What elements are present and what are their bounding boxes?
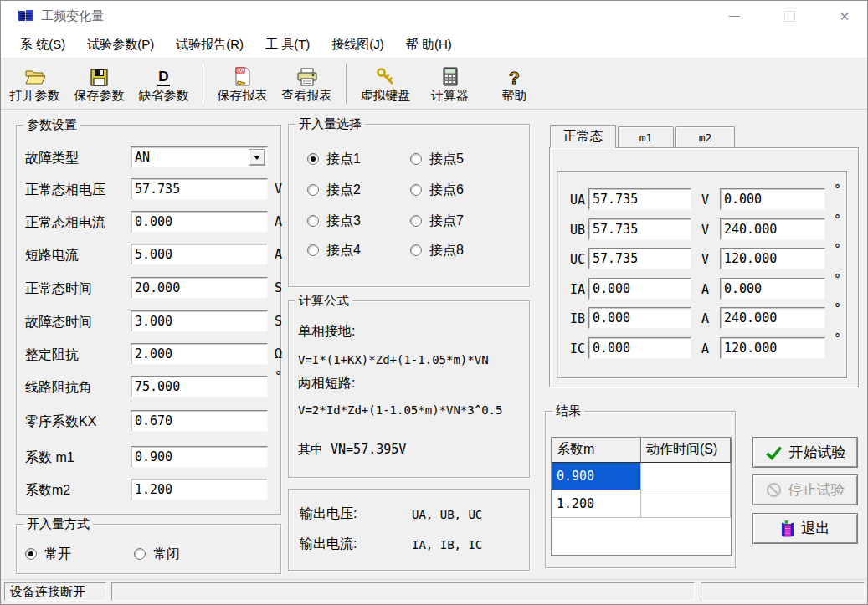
radio-icon [307, 244, 319, 256]
ic-magnitude-input[interactable]: 0.000 [588, 337, 691, 359]
menu-wiring-diagram[interactable]: 接线图(J) [321, 37, 395, 53]
radio-normally-open[interactable]: 常开 [25, 547, 71, 561]
radio-contact-8[interactable]: 接点8 [410, 244, 464, 257]
output-current-label: 输出电流: [300, 536, 357, 553]
help-button[interactable]: ? 帮助 [482, 61, 547, 106]
save-icon [90, 64, 108, 86]
radio-contact-3[interactable]: 接点3 [307, 214, 361, 228]
radio-contact-7[interactable]: 接点7 [410, 214, 464, 228]
svg-text:EXL: EXL [237, 68, 244, 73]
ua-magnitude-input[interactable]: 57.735 [588, 188, 691, 210]
ia-magnitude-input[interactable]: 0.000 [588, 278, 691, 300]
radio-contact-1[interactable]: 接点1 [307, 152, 361, 166]
check-icon [765, 445, 783, 460]
minimize-button[interactable] [722, 3, 747, 28]
degree-unit: ° [834, 182, 841, 197]
ua-angle-input[interactable]: 0.000 [720, 188, 825, 210]
results-table: 系数m 动作时间(S) 0.900 1.200 [551, 437, 732, 556]
ib-magnitude-input[interactable]: 0.000 [588, 307, 691, 329]
save-params-button[interactable]: 保存参数 [67, 61, 131, 106]
normal-phase-current-input[interactable]: 0.000 [131, 211, 268, 233]
menu-tools[interactable]: 工 具(T) [254, 37, 321, 53]
status-extra [701, 582, 865, 601]
ia-angle-input[interactable]: 0.000 [720, 278, 825, 300]
m-cell: 1.200 [552, 490, 641, 518]
view-report-button[interactable]: 查看报表 [275, 61, 339, 106]
contact-select-group: 开入量选择 接点1 接点2 接点3 接点4 接点5 接点6 接点7 接点8 [288, 124, 530, 287]
virtual-keyboard-icon [376, 64, 395, 86]
formula-line: V=2*Id*Zd+(1-1.05*m)*VN*3^0.5 [298, 403, 502, 417]
short-circuit-current-input[interactable]: 5.000 [131, 244, 268, 265]
maximize-button[interactable] [777, 3, 802, 28]
degree-unit: ° [834, 272, 841, 287]
column-header-m: 系数m [552, 438, 641, 463]
exit-button[interactable]: 退出 [752, 513, 858, 544]
field-row: 正常态时间 20.000 S [25, 277, 275, 299]
calculator-button[interactable]: 计算器 [418, 61, 482, 106]
radio-icon [307, 153, 319, 165]
start-test-button[interactable]: 开始试验 [752, 437, 858, 468]
normal-state-time-input[interactable]: 20.000 [131, 277, 268, 299]
normal-phase-voltage-input[interactable]: 57.735 [131, 178, 268, 200]
fault-state-time-input[interactable]: 3.000 [131, 310, 268, 332]
menu-test-params[interactable]: 试验参数(P) [76, 37, 165, 53]
table-row[interactable]: 0.900 [552, 463, 731, 490]
tab-m1[interactable]: m1 [618, 126, 674, 147]
column-header-time: 动作时间(S) [641, 438, 731, 463]
virtual-keyboard-button[interactable]: 虚拟键盘 [353, 61, 418, 106]
radio-normally-closed[interactable]: 常闭 [134, 547, 180, 561]
menu-system[interactable]: 系 统(S) [9, 37, 76, 53]
save-report-button[interactable]: EXL 保存报表 [210, 61, 275, 106]
setting-impedance-input[interactable]: 2.000 [131, 343, 268, 365]
results-title: 结果 [552, 403, 584, 418]
ub-magnitude-input[interactable]: 57.735 [588, 218, 691, 240]
default-params-button[interactable]: D 缺省参数 [131, 61, 196, 106]
tab-normal-state[interactable]: 正常态 [550, 125, 616, 148]
fault-type-row: 故障类型 AN [25, 146, 275, 168]
zero-seq-coefficient-input[interactable]: 0.670 [131, 410, 268, 432]
toolbar: 打开参数 保存参数 D 缺省参数 EXL [1, 58, 867, 110]
formula-note: 其中 VN=57.395V [298, 442, 406, 458]
table-row[interactable]: 1.200 [552, 490, 731, 518]
menu-help[interactable]: 帮 助(H) [395, 37, 463, 53]
chevron-down-icon [254, 156, 260, 163]
field-row: 零序系数KX 0.670 [25, 410, 275, 432]
radio-contact-4[interactable]: 接点4 [307, 244, 361, 257]
radio-contact-2[interactable]: 接点2 [307, 183, 361, 197]
ib-row: IB 0.000 A 240.000 ° [557, 307, 846, 329]
input-mode-group: 开入量方式 常开 常闭 [16, 524, 281, 574]
app-window: 工频变化量 ✕ 系 统(S) 试验参数(P) 试验报告(R) 工 具(T) 接线… [0, 0, 868, 605]
coefficient-m1-input[interactable]: 0.900 [131, 446, 268, 468]
ub-angle-input[interactable]: 240.000 [720, 218, 825, 240]
radio-contact-5[interactable]: 接点5 [410, 152, 464, 166]
ib-angle-input[interactable]: 240.000 [720, 307, 825, 329]
uc-magnitude-input[interactable]: 57.735 [588, 248, 691, 269]
exit-door-icon [781, 520, 795, 537]
phase-values-panel: UA 57.735 V 0.000 ° UB 57.735 V 240.000 … [557, 171, 847, 378]
toolbar-separator [346, 64, 347, 104]
radio-contact-6[interactable]: 接点6 [410, 183, 464, 197]
degree-unit: ° [834, 301, 841, 316]
fault-type-dropdown[interactable]: AN [131, 146, 268, 168]
line-impedance-angle-input[interactable]: 75.000 [131, 376, 268, 397]
close-button[interactable]: ✕ [832, 3, 857, 28]
status-message [111, 582, 695, 601]
coefficient-m2-input[interactable]: 1.200 [131, 479, 268, 500]
field-row: 正常态相电流 0.000 A [25, 211, 275, 233]
degree-unit: ° [834, 242, 841, 257]
help-icon: ? [509, 64, 520, 86]
ic-angle-input[interactable]: 120.000 [720, 337, 825, 359]
default-params-icon: D [157, 64, 169, 86]
time-cell [641, 463, 731, 490]
calculator-icon [443, 64, 458, 86]
output-voltage-label: 输出电压: [300, 505, 357, 523]
open-params-button[interactable]: 打开参数 [3, 61, 67, 106]
output-panel: 输出电压: UA, UB, UC 输出电流: IA, IB, IC [288, 489, 530, 571]
open-folder-icon [24, 64, 46, 86]
menu-test-report[interactable]: 试验报告(R) [165, 37, 254, 53]
ua-row: UA 57.735 V 0.000 ° [557, 188, 846, 210]
dropdown-arrow-button[interactable] [249, 149, 265, 166]
title-bar: 工频变化量 ✕ [1, 1, 867, 31]
uc-angle-input[interactable]: 120.000 [720, 248, 825, 269]
tab-m2[interactable]: m2 [675, 126, 735, 147]
